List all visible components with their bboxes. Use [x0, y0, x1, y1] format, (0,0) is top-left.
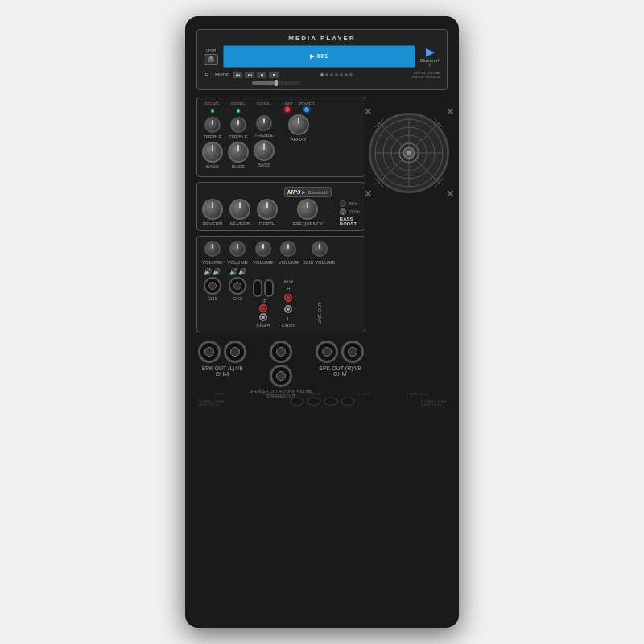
- ch3-trs-group: [253, 279, 274, 297]
- frequency-label: FREQUENCY: [293, 221, 324, 226]
- spk-right-connectors: [316, 341, 364, 363]
- aux-label: AUX: [283, 279, 293, 284]
- spk-right-jack2[interactable]: [341, 341, 364, 363]
- dot-5: [340, 73, 343, 76]
- ch3-treble-wrapper: TREBLE: [254, 115, 273, 138]
- ch2-treble-label: TREBLE: [229, 134, 247, 139]
- spk-right-jack1[interactable]: [316, 341, 338, 363]
- reverb2-knob[interactable]: [229, 199, 250, 220]
- ch3-trs1[interactable]: [253, 279, 262, 297]
- effects-section: REVERB REVERB DEPTH MP3 ▶: [196, 182, 365, 231]
- ch2-treble-knob[interactable]: [230, 117, 246, 133]
- ch3-4-label: CH3/4: [256, 323, 270, 328]
- limit-label: LIMIT: [283, 101, 293, 106]
- bass-boost-label: BASS BOOST: [340, 217, 360, 226]
- mode-label: MODE: [215, 72, 229, 77]
- ch1-spk-icon1: 🔊: [204, 268, 212, 275]
- spk-left-jack1[interactable]: [198, 341, 221, 363]
- dot-3: [330, 73, 333, 76]
- bluetooth-section: ▶ Bluetooth ®: [420, 45, 440, 68]
- reverb2-wrapper: REVERB: [229, 199, 250, 226]
- ch5-6-label: CH5/6: [282, 323, 295, 328]
- digital-vol-label: DIGITAL VOLUMEPRESS FOR HOLD: [356, 71, 440, 79]
- dot-4: [335, 73, 338, 76]
- depth-wrapper: DEPTH: [257, 199, 278, 226]
- ch3-vol-label: VOLUME: [253, 260, 273, 265]
- fan-grid: [371, 115, 447, 191]
- svg-point-15: [407, 151, 411, 155]
- x-bottom-left: ✕: [364, 188, 372, 200]
- limit-power-section: LIMIT POWER ARRAY: [283, 101, 315, 142]
- ch3-treble-knob[interactable]: [256, 115, 272, 131]
- ch1-bass-wrapper: BASS: [202, 142, 223, 169]
- depth-label: DEPTH: [259, 221, 275, 226]
- ch3-rca-r[interactable]: [259, 304, 267, 312]
- ch2-label: CH2: [233, 296, 242, 301]
- ch2-spk-icon2: 🔊: [238, 268, 246, 275]
- ch1-xlr-jack[interactable]: [204, 277, 221, 295]
- array-knob[interactable]: [288, 114, 309, 135]
- dot-2: [325, 73, 328, 76]
- ch1-vol-col: VOLUME 🔊 🔊 CH1: [202, 241, 222, 301]
- ch2-bass-label: BASS: [232, 164, 245, 169]
- bass-boost-section: 80Hz 100Hz BASS BOOST: [340, 200, 360, 226]
- ch2-xlr-inner: [233, 282, 242, 290]
- bluetooth-icon: ▶: [426, 45, 435, 58]
- ch1-bass-knob[interactable]: [202, 142, 223, 163]
- bt-small-label: Bluetooth: [308, 190, 328, 195]
- ch3-vol-knob[interactable]: [255, 241, 271, 257]
- next-button[interactable]: ⏭: [245, 72, 254, 78]
- sub-vol-knob[interactable]: [312, 241, 328, 257]
- l-label: L: [287, 316, 290, 321]
- ch1-treble-knob[interactable]: [204, 117, 221, 133]
- freq1-label: 80Hz: [349, 201, 358, 206]
- ch1-xlr-inner: [208, 282, 217, 290]
- ch1-vol-knob[interactable]: [204, 241, 221, 257]
- ch5-vol-knob[interactable]: [280, 241, 296, 257]
- ch1-signal-label: SIGNAL: [205, 101, 220, 106]
- main-panel: SIGNAL TREBLE BASS SIGNAL: [196, 97, 448, 405]
- ch2-bass-wrapper: BASS: [228, 142, 249, 169]
- ch3-treble-label: TREBLE: [254, 133, 273, 138]
- ch3-rca-w[interactable]: [259, 313, 267, 321]
- spk-right-label: SPK OUT (R)4/8 OHM: [316, 365, 364, 377]
- ch1-label: CH1: [208, 296, 217, 301]
- dot-7: [349, 73, 353, 76]
- frequency-knob[interactable]: [297, 199, 318, 220]
- ch1-speaker-icons: 🔊 🔊: [204, 268, 221, 275]
- line-out-rca-r[interactable]: [284, 294, 292, 302]
- lcd-display: ▶ 001: [223, 45, 415, 68]
- ch2-xlr-jack[interactable]: [229, 277, 246, 295]
- prev-button[interactable]: ⏮: [233, 72, 242, 78]
- array-label: ARRAY: [291, 137, 307, 142]
- reflection-area: SPK OUT(R)4/8 OHM SPK OUT(L)4/8 OHM CH1C…: [196, 379, 448, 408]
- mp3-bt-section: MP3 ▶ Bluetooth FREQUENCY: [284, 187, 332, 226]
- spk-left-jack2[interactable]: [224, 341, 246, 363]
- stop-button[interactable]: ⏹: [269, 72, 279, 78]
- ch2-vol-knob[interactable]: [229, 241, 246, 257]
- sub-vol-col: SUB VOLUME LINE OUT: [303, 241, 335, 324]
- ch3-bass-knob[interactable]: [254, 140, 275, 161]
- ch3-trs2[interactable]: [264, 279, 274, 297]
- power-led: [304, 107, 309, 112]
- ch3-rca-group: R: [259, 299, 267, 321]
- reverb1-wrapper: REVERB: [202, 199, 223, 226]
- line-out-rca-w[interactable]: [284, 305, 292, 313]
- ch2-bass-knob[interactable]: [228, 142, 249, 163]
- bass-boost-radio2[interactable]: [340, 208, 346, 215]
- ch1-spk-icon2: 🔊: [213, 268, 221, 275]
- center-jack1[interactable]: [270, 341, 292, 363]
- ch2-speaker-icons: 🔊 🔊: [229, 268, 246, 275]
- depth-knob[interactable]: [257, 199, 278, 220]
- ch5-vol-label: VOLUME: [279, 260, 299, 265]
- rec-button[interactable]: ⏺: [257, 72, 266, 78]
- spk-left-label: SPK OUT (L)4/8 OHM: [198, 365, 246, 377]
- left-panel: SIGNAL TREBLE BASS SIGNAL: [196, 97, 365, 405]
- fan-outer: [369, 113, 449, 193]
- volume-slider-area: [204, 81, 440, 85]
- mixer-device: MEDIA PLAYER USB ▶ 001 ▶ Bluetooth ® IR …: [185, 16, 459, 628]
- ch2-vol-col: VOLUME 🔊 🔊 CH2: [227, 241, 247, 301]
- reverb1-knob[interactable]: [202, 199, 223, 220]
- bass-boost-radio1[interactable]: [340, 200, 346, 207]
- eq-section: SIGNAL TREBLE BASS SIGNAL: [196, 97, 365, 177]
